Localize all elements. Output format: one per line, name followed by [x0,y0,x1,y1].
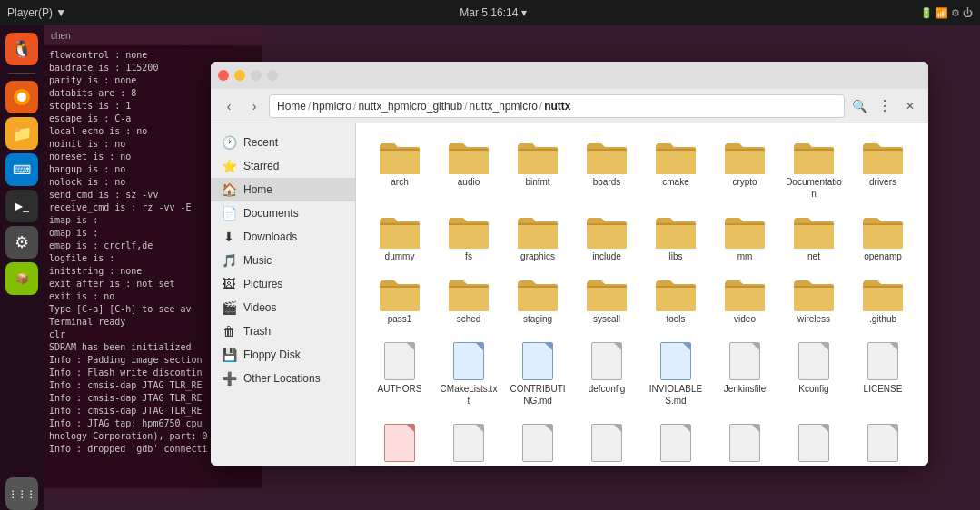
folder-icon [447,214,490,250]
file-item-nuttx-hex[interactable]: nuttx.hex [712,416,777,466]
dock-icon-firefox[interactable] [5,81,38,113]
file-icon [658,421,694,465]
file-item-Makedefs[interactable]: Makedefs [367,416,432,466]
file-item-dummy[interactable]: dummy [367,209,432,268]
dock: 🐧 📁 ⌨ ▶_ ⚙ 📦 ⋮⋮⋮ [0,25,44,510]
file-item-drivers[interactable]: drivers [850,134,916,205]
file-label: Makefile [451,465,485,466]
file-item-nuttx-manifest[interactable]: nuttx.manifest [781,416,846,466]
file-icon [796,339,832,383]
svg-rect-2 [380,149,420,151]
player-label[interactable]: Player(P) ▼ [7,6,66,19]
fm-close-button[interactable] [218,70,229,81]
file-item-nuttx-bin[interactable]: nuttx.bin [643,416,708,466]
file-label: nuttx.manifest [786,465,842,466]
file-item-Makefile[interactable]: Makefile [436,416,501,466]
fm-sidebar: 🕐 Recent ⭐ Starred 🏠 Home 📄 Documents ⬇ … [211,123,356,466]
dock-icon-vscode[interactable]: ⌨ [5,153,38,186]
file-item-Jenkinsfile[interactable]: Jenkinsfile [712,334,777,412]
file-item-openamp[interactable]: openamp [850,209,916,268]
sidebar-item-videos[interactable]: 🎬 Videos [211,296,355,319]
file-item-defconfig[interactable]: defconfig [574,334,639,412]
file-item-nuttx[interactable]: nuttx [574,416,639,466]
folder-icon [861,277,905,313]
file-item-crypto[interactable]: crypto [712,134,777,205]
bc-home[interactable]: Home [277,100,306,113]
fm-minimize-button[interactable] [234,70,245,81]
file-label: CMakeLists.txt [440,383,498,407]
file-item-arch[interactable]: arch [367,134,432,205]
sidebar-item-downloads[interactable]: ⬇ Downloads [211,225,355,249]
dock-icon-settings[interactable]: ⚙ [5,226,38,259]
file-item-NOTICE[interactable]: NOTICE [505,416,570,466]
file-item-wireless[interactable]: wireless [781,271,846,330]
top-bar: Player(P) ▼ Mar 5 16:14 ▾ 🔋 📶 ⚙ ⏻ [0,0,980,25]
sidebar-item-documents[interactable]: 📄 Documents [211,201,355,225]
file-item-syscall[interactable]: syscall [574,271,639,330]
sidebar-item-music[interactable]: 🎵 Music [211,249,355,272]
file-label: sched [457,313,481,325]
sidebar-item-home[interactable]: 🏠 Home [211,178,355,201]
file-item-sched[interactable]: sched [436,271,501,330]
file-item-tools[interactable]: tools [643,271,708,330]
file-item-video[interactable]: video [712,271,777,330]
fm-maximize-button[interactable] [251,70,262,81]
file-label: staging [523,313,552,325]
sidebar-label-floppy: Floppy Disk [243,348,301,361]
file-item-INVIOLABLES-md[interactable]: INVIOLABLES.md [643,334,708,412]
folder-icon [585,214,629,250]
sidebar-icon-other: ➕ [222,371,236,386]
file-item-binfmt[interactable]: binfmt [505,134,570,205]
file-item-audio[interactable]: audio [436,134,501,205]
sidebar-item-floppy[interactable]: 💾 Floppy Disk [211,343,355,367]
file-item--github[interactable]: .github [850,271,916,330]
fm-close-window-button[interactable]: ✕ [899,95,921,117]
sidebar-item-trash[interactable]: 🗑 Trash [211,319,355,343]
dock-icon-files[interactable]: 📁 [5,117,38,150]
file-icon [796,421,832,465]
dock-icon-snap[interactable]: 📦 [5,262,38,295]
folder-icon [654,214,698,250]
sidebar-item-pictures[interactable]: 🖼 Pictures [211,272,355,296]
file-item-pass1[interactable]: pass1 [367,271,432,330]
file-item-libs[interactable]: libs [643,209,708,268]
file-item-fs[interactable]: fs [436,209,501,268]
file-item-CMakeLists-txt[interactable]: CMakeLists.txt [436,334,501,412]
fm-menu-button[interactable]: ⋮ [874,95,896,117]
dock-icon-ubuntu[interactable]: 🐧 [5,33,38,65]
file-manager-window: ‹ › Home / hpmicro / nuttx_hpmicro_githu… [211,62,928,466]
bc-hpmicro[interactable]: hpmicro [312,100,351,113]
fm-forward-button[interactable]: › [243,95,265,117]
file-item-mm[interactable]: mm [712,209,777,268]
file-item-Kconfig[interactable]: Kconfig [781,334,846,412]
file-item-boards[interactable]: boards [574,134,639,205]
bc-current[interactable]: nuttx [544,100,570,113]
bc-github[interactable]: nuttx_hpmicro_github [358,100,462,113]
sidebar-item-other[interactable]: ➕ Other Locations [211,367,355,390]
file-label: INVIOLABLES.md [647,383,705,407]
dock-icon-terminal[interactable]: ▶_ [5,190,38,222]
fm-content[interactable]: arch audio binfmt boards cmake crypto [356,123,928,466]
file-item-AUTHORS[interactable]: AUTHORS [367,334,432,412]
file-item-graphics[interactable]: graphics [505,209,570,268]
bc-nuttx-hpmicro[interactable]: nuttx_hpmicro [469,100,537,113]
sidebar-item-recent[interactable]: 🕐 Recent [211,131,355,154]
svg-rect-12 [518,223,558,225]
file-item-net[interactable]: net [781,209,846,268]
fm-breadcrumb[interactable]: Home / hpmicro / nuttx_hpmicro_github / … [269,94,845,118]
sidebar-item-starred[interactable]: ⭐ Starred [211,154,355,178]
file-label: Documentation [785,176,843,200]
file-item-LICENSE[interactable]: LICENSE [850,334,916,412]
fm-search-button[interactable]: 🔍 [848,95,870,117]
file-item-CONTRIBUTING-md[interactable]: CONTRIBUTING.md [505,334,570,412]
file-item-Documentation[interactable]: Documentation [781,134,846,205]
dock-icon-apps[interactable]: ⋮⋮⋮ [5,477,38,510]
file-item-nuttx-map[interactable]: nuttx.map [850,416,916,466]
file-item-cmake[interactable]: cmake [643,134,708,205]
file-item-staging[interactable]: staging [505,271,570,330]
top-bar-left: Player(P) ▼ [7,6,66,19]
sidebar-icon-floppy: 💾 [222,348,236,362]
file-label: boards [593,176,621,188]
fm-back-button[interactable]: ‹ [218,95,240,117]
file-item-include[interactable]: include [574,209,639,268]
